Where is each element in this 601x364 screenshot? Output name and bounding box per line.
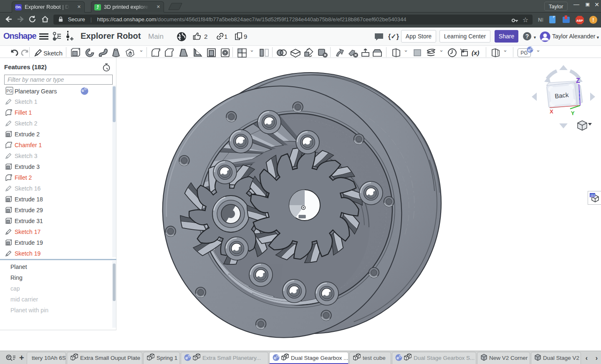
svg-text:PG: PG: [6, 89, 13, 93]
svg-text:Z: Z: [576, 77, 580, 84]
svg-text:Y: Y: [571, 110, 575, 116]
svg-text:?: ?: [525, 33, 529, 40]
svg-text:ABP: ABP: [576, 19, 583, 23]
svg-text:X: X: [550, 108, 553, 115]
svg-text:Back: Back: [554, 91, 569, 99]
